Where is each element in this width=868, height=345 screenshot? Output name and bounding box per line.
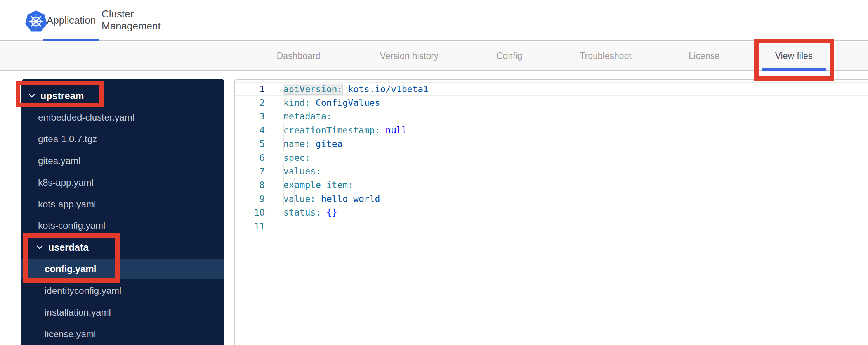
tree-file-kots-app-yaml[interactable]: kots-app.yaml xyxy=(21,195,224,214)
indent-guide xyxy=(283,178,284,192)
line-number: 4 xyxy=(235,125,265,135)
code-token: value: xyxy=(283,194,316,204)
code-token xyxy=(321,207,326,217)
tree-file-kots-config-yaml[interactable]: kots-config.yaml xyxy=(21,216,224,235)
code-token: values: xyxy=(283,166,321,176)
code-line-7[interactable]: 7 values: xyxy=(235,164,868,178)
code-token xyxy=(310,139,316,149)
code-token xyxy=(316,194,321,204)
tree-file-identityconfig-yaml[interactable]: identityconfig.yaml xyxy=(21,281,224,300)
code-line-8[interactable]: 8 example_item: xyxy=(235,178,868,192)
indent-guide xyxy=(283,137,284,151)
kots-admin-console: Application Cluster Management Dashboard… xyxy=(0,0,868,345)
indent-guide xyxy=(294,178,295,192)
code-token: gitea xyxy=(316,139,342,149)
line-number: 1 xyxy=(235,84,265,94)
chevron-down-icon[interactable] xyxy=(36,245,46,250)
code-content: creationTimestamp: null xyxy=(265,123,407,137)
tree-item-label: license.yaml xyxy=(45,329,96,340)
subnav-item-config[interactable]: Config xyxy=(496,42,522,70)
code-content: apiVersion: kots.io/v1beta1 xyxy=(265,83,429,95)
code-line-11[interactable]: 11 xyxy=(235,219,868,233)
line-number: 5 xyxy=(235,139,265,149)
line-number: 6 xyxy=(235,153,265,163)
code-content: name: gitea xyxy=(265,137,342,151)
tree-item-label: embedded-cluster.yaml xyxy=(38,112,134,123)
code-token: creationTimestamp: xyxy=(283,125,380,135)
code-token xyxy=(342,84,348,94)
tree-item-label: kots-app.yaml xyxy=(38,199,96,210)
tree-folder-userdata[interactable]: userdata xyxy=(21,238,224,257)
line-number: 11 xyxy=(235,221,265,231)
code-token: spec: xyxy=(283,153,310,163)
code-line-4[interactable]: 4 creationTimestamp: null xyxy=(235,123,868,137)
indent-guide xyxy=(283,164,284,178)
subnav-item-version-history[interactable]: Version history xyxy=(380,42,439,70)
app-header: Application Cluster Management xyxy=(0,0,868,41)
tree-file-config-yaml[interactable]: config.yaml xyxy=(21,259,224,279)
code-line-1[interactable]: 1apiVersion: kots.io/v1beta1 xyxy=(235,82,868,96)
yaml-editor[interactable]: 1apiVersion: kots.io/v1beta12kind: Confi… xyxy=(234,79,868,345)
subnav-item-dashboard[interactable]: Dashboard xyxy=(277,42,321,70)
line-number: 2 xyxy=(235,98,265,108)
code-content: metadata: xyxy=(265,110,332,123)
code-content: kind: ConfigValues xyxy=(265,96,380,109)
code-token: null xyxy=(385,125,407,135)
active-tab-underline xyxy=(43,39,99,41)
code-content xyxy=(265,219,283,233)
tree-item-label: k8s-app.yaml xyxy=(38,177,94,188)
tree-item-label: installation.yaml xyxy=(45,307,111,318)
code-content: values: xyxy=(265,164,321,178)
line-number: 8 xyxy=(235,180,265,190)
code-line-3[interactable]: 3metadata: xyxy=(235,110,868,123)
line-number: 9 xyxy=(235,194,265,204)
subnav-item-license[interactable]: License xyxy=(689,42,719,70)
file-tree-sidebar: upstreamembedded-cluster.yamlgitea-1.0.7… xyxy=(21,79,224,345)
indent-guide xyxy=(283,192,284,205)
code-line-6[interactable]: 6spec: xyxy=(235,151,868,164)
subnav-item-troubleshoot[interactable]: Troubleshoot xyxy=(580,42,631,70)
code-token xyxy=(310,98,316,108)
tree-file-gitea-yaml[interactable]: gitea.yaml xyxy=(21,151,224,171)
code-token: kind: xyxy=(283,98,310,108)
line-number: 3 xyxy=(235,111,265,121)
code-line-5[interactable]: 5 name: gitea xyxy=(235,137,868,151)
line-number: 7 xyxy=(235,166,265,176)
indent-guide xyxy=(294,192,295,205)
code-token: kots.io/v1beta1 xyxy=(348,84,429,94)
code-token: hello world xyxy=(321,194,380,204)
code-token: ConfigValues xyxy=(316,98,380,108)
tree-item-label: kots-config.yaml xyxy=(38,220,105,231)
code-content: spec: xyxy=(265,151,310,164)
code-content: status: {} xyxy=(265,206,337,219)
tree-item-label: upstream xyxy=(40,90,84,102)
tree-file-license-yaml[interactable]: license.yaml xyxy=(21,324,224,344)
tree-file-embedded-cluster-yaml[interactable]: embedded-cluster.yaml xyxy=(21,108,224,127)
code-token: status: xyxy=(283,207,321,217)
tree-item-label: config.yaml xyxy=(45,264,96,274)
subnav-item-view-files[interactable]: View files xyxy=(775,42,813,70)
code-line-10[interactable]: 10status: {} xyxy=(235,206,868,219)
tree-folder-upstream[interactable]: upstream xyxy=(21,86,224,105)
tree-item-label: userdata xyxy=(48,242,89,253)
tab-cluster-management[interactable]: Cluster Management xyxy=(102,0,185,40)
code-line-9[interactable]: 9 value: hello world xyxy=(235,192,868,205)
code-token: name: xyxy=(283,139,310,149)
code-token: metadata: xyxy=(283,111,332,121)
tree-item-label: identityconfig.yaml xyxy=(45,285,121,296)
tree-file-k8s-app-yaml[interactable]: k8s-app.yaml xyxy=(21,173,224,192)
indent-guide xyxy=(305,192,305,205)
tree-item-label: gitea.yaml xyxy=(38,155,80,166)
tree-item-label: gitea-1.0.7.tgz xyxy=(38,134,97,145)
code-token: {} xyxy=(326,207,337,217)
tree-file-installation-yaml[interactable]: installation.yaml xyxy=(21,303,224,322)
tree-file-gitea-1-0-7-tgz[interactable]: gitea-1.0.7.tgz xyxy=(21,129,224,149)
chevron-down-icon[interactable] xyxy=(28,93,38,98)
code-token xyxy=(380,125,385,135)
line-number: 10 xyxy=(235,207,265,217)
code-content: example_item: xyxy=(265,178,353,192)
code-line-2[interactable]: 2kind: ConfigValues xyxy=(235,96,868,109)
indent-guide xyxy=(283,123,284,137)
tab-application[interactable]: Application xyxy=(43,0,99,40)
app-subnav: DashboardVersion historyConfigTroublesho… xyxy=(0,42,868,71)
